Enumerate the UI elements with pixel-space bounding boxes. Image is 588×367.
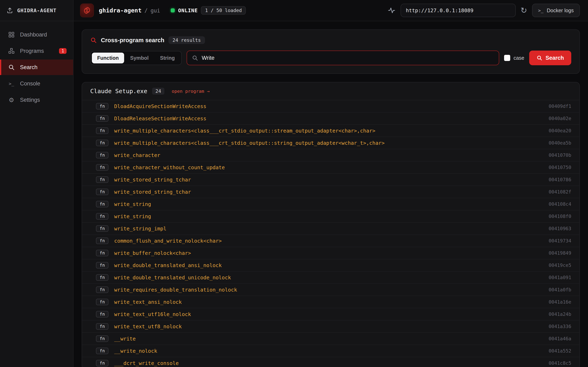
fn-badge: fn [96,335,108,342]
result-row[interactable]: fn write_character 0041070b [82,149,579,161]
result-row[interactable]: fn write_multiple_characters<class___crt… [82,124,579,137]
tab-symbol[interactable]: Symbol [125,53,154,63]
loaded-count-badge: 1 / 50 loaded [201,6,246,15]
app-title: GHIDRA-AGENT [17,8,57,13]
function-name-link[interactable]: write_text_ansi_nolock [114,299,182,305]
result-row[interactable]: fn write_double_translated_ansi_nolock 0… [82,259,579,271]
function-name-link[interactable]: write_string [114,201,151,207]
tab-function[interactable]: Function [92,53,124,63]
result-row[interactable]: fn common_flush_and_write_nolock<char> 0… [82,234,579,247]
fn-badge: fn [96,176,108,183]
app-root: GHIDRA-AGENT Dashboard [0,0,588,367]
sidebar-item-label: Search [20,64,38,71]
result-row[interactable]: fn write_text_utf8_nolock 0041a336 [82,320,579,332]
function-name-link[interactable]: write_double_translated_ansi_nolock [114,262,222,268]
result-row[interactable]: fn write_character_without_count_update … [82,161,579,173]
function-address: 0040a02e [549,116,571,121]
function-name-link[interactable]: write_stored_string_tchar [114,177,191,183]
function-name-link[interactable]: write_double_translated_unicode_nolock [114,275,231,281]
function-name-link[interactable]: __write [114,336,136,342]
function-address: 00409df1 [549,104,571,109]
result-row[interactable]: fn write_string 004108c4 [82,198,579,210]
function-address: 0041a552 [549,348,571,354]
docker-logs-button[interactable]: >_ Docker logs [532,4,580,17]
result-row[interactable]: fn write_buffer_nolock<char> 00419849 [82,247,579,259]
result-row[interactable]: fn write_string 004108f0 [82,210,579,222]
function-name-link[interactable]: DloadAcquireSectionWriteAccess [114,103,207,109]
sidebar-item-search[interactable]: Search [0,59,73,75]
result-row[interactable]: fn __write 0041a46a [82,332,579,345]
function-name-link[interactable]: write_text_utf8_nolock [114,324,182,329]
result-row[interactable]: fn write_text_ansi_nolock 0041a16e [82,296,579,308]
fn-badge: fn [96,201,108,207]
result-row[interactable]: fn write_stored_string_tchar 0041082f [82,185,579,198]
app-logo [80,3,94,17]
function-address: 004108f0 [549,214,571,219]
function-name-link[interactable]: write_requires_double_translation_nolock [114,287,237,293]
function-name-link[interactable]: write_multiple_characters<class___crt_st… [114,140,385,146]
result-row[interactable]: fn __write_nolock 0041a552 [82,345,579,357]
function-name-link[interactable]: __write_nolock [114,348,157,354]
results-list: fn DloadAcquireSectionWriteAccess 00409d… [82,100,579,367]
fn-badge: fn [96,311,108,317]
sidebar-item-label: Settings [20,97,40,103]
result-row[interactable]: fn write_text_utf16le_nolock 0041a24b [82,308,579,320]
fn-badge: fn [96,299,108,305]
function-name-link[interactable]: write_character [114,152,160,158]
function-address: 00419734 [549,238,571,243]
sidebar-item-dashboard[interactable]: Dashboard [0,27,73,42]
function-address: 0040ea20 [549,128,571,133]
sidebar-item-programs[interactable]: Programs 1 [0,43,73,59]
function-name-link[interactable]: write_character_without_count_update [114,165,225,170]
function-name-link[interactable]: ___dcrt_write_console [114,360,179,366]
result-row[interactable]: fn write_string_impl 00410963 [82,222,579,234]
function-name-link[interactable]: write_string_impl [114,226,166,232]
result-row[interactable]: fn write_stored_string_tchar 00410786 [82,173,579,185]
result-row[interactable]: fn ___dcrt_write_console 0041c8c5 [82,357,579,367]
result-row[interactable]: fn write_double_translated_unicode_noloc… [82,271,579,284]
sidebar-nav: Dashboard Programs 1 [0,21,73,108]
online-dot-icon [171,8,175,12]
function-address: 0041c8c5 [549,360,571,366]
open-program-link[interactable]: open program → [172,89,209,94]
result-row[interactable]: fn DloadAcquireSectionWriteAccess 00409d… [82,100,579,112]
search-icon [8,64,15,71]
function-name-link[interactable]: DloadReleaseSectionWriteAccess [114,116,207,122]
dashboard-icon [8,31,15,38]
fn-badge: fn [96,323,108,330]
server-url-input[interactable] [401,4,516,17]
breadcrumb-separator: / [145,8,148,14]
result-row[interactable]: fn write_multiple_characters<class___crt… [82,137,579,149]
sidebar-item-console[interactable]: >_ Console [0,76,73,91]
fn-badge: fn [96,225,108,232]
function-address: 0041082f [549,189,571,194]
function-name-link[interactable]: write_stored_string_tchar [114,189,191,195]
result-row[interactable]: fn write_requires_double_translation_nol… [82,284,579,296]
fn-badge: fn [96,274,108,281]
search-button[interactable]: Search [529,50,571,65]
fn-badge: fn [96,115,108,122]
fn-badge: fn [96,360,108,366]
function-name-link[interactable]: write_text_utf16le_nolock [114,311,191,317]
case-toggle: case [504,55,524,61]
result-row[interactable]: fn DloadReleaseSectionWriteAccess 0040a0… [82,112,579,124]
status-indicator: ONLINE 1 / 50 loaded [171,6,246,15]
sidebar: GHIDRA-AGENT Dashboard [0,0,73,367]
function-name-link[interactable]: write_string [114,213,151,219]
tab-string[interactable]: String [155,53,180,63]
function-address: 00410786 [549,177,571,182]
content-column: ghidra-agent / gui ONLINE 1 / 50 loaded … [73,0,588,367]
function-name-link[interactable]: common_flush_and_write_nolock<char> [114,238,222,244]
function-name-link[interactable]: write_buffer_nolock<char> [114,250,191,256]
search-card-header: Cross-program search 24 results [90,36,571,44]
refresh-button[interactable]: ↻ [521,7,527,14]
fn-badge: fn [96,164,108,171]
case-checkbox[interactable] [504,55,510,61]
function-address: 0040ea5b [549,140,571,146]
boxes-icon [8,48,15,54]
sidebar-item-settings[interactable]: ⚙ Settings [0,92,73,108]
fn-badge: fn [96,213,108,220]
search-query-input[interactable] [202,55,494,61]
function-name-link[interactable]: write_multiple_characters<class___crt_st… [114,128,375,134]
terminal-icon: >_ [538,8,544,13]
